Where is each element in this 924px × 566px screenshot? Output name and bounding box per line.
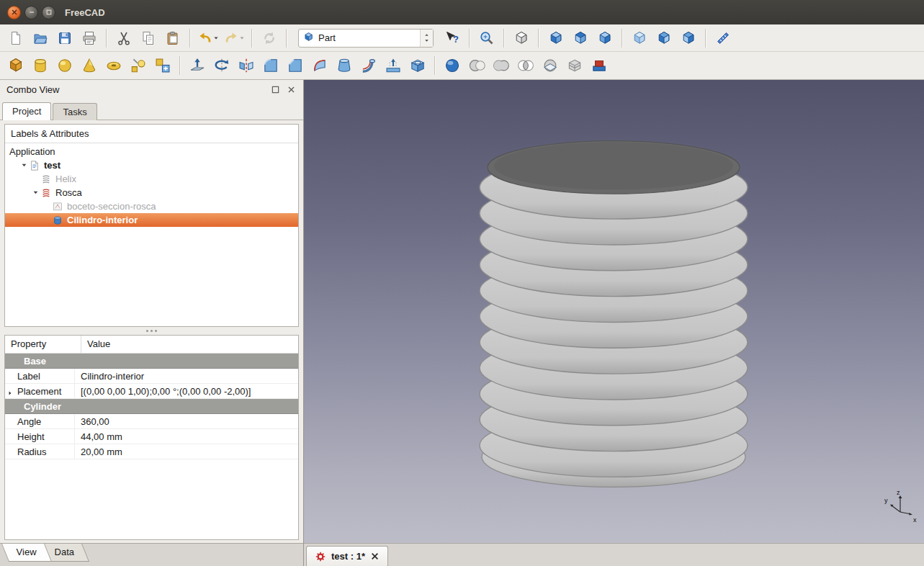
rear-view-button[interactable]	[628, 27, 651, 50]
expander-icon[interactable]	[19, 162, 29, 169]
sweep-button[interactable]	[357, 54, 380, 77]
panel-splitter[interactable]	[0, 327, 303, 335]
workbench-selector[interactable]: Part	[298, 29, 434, 48]
property-value: 20,00 mm	[75, 444, 298, 459]
union-button[interactable]	[490, 54, 513, 77]
tab-view[interactable]: View	[1, 544, 52, 562]
save-document-button[interactable]	[53, 27, 76, 50]
cross-sections-icon	[566, 57, 583, 74]
copy-icon	[140, 30, 156, 46]
property-value: [(0,00 0,00 1,00);0,00 °;(0,00 0,00 -2,0…	[75, 384, 298, 398]
revolve-button[interactable]	[210, 54, 233, 77]
minimize-button[interactable]	[24, 6, 38, 19]
property-row-label[interactable]: LabelCilindro-interior	[5, 369, 298, 384]
print-document-button[interactable]	[78, 27, 101, 50]
chamfer-button[interactable]	[284, 54, 307, 77]
tree-item-rosca[interactable]: Rosca	[5, 186, 298, 199]
workbench-spinner[interactable]	[420, 30, 433, 47]
axonometric-view-button[interactable]	[510, 27, 533, 50]
intersection-icon	[517, 57, 534, 74]
open-document-button[interactable]	[29, 27, 52, 50]
thickness-button[interactable]	[406, 54, 429, 77]
tree-item-boceto-seccion-rosca[interactable]: boceto-seccion-rosca	[5, 199, 298, 213]
property-editor: Property Value BaseLabelCilindro-interio…	[4, 335, 299, 540]
front-view-button[interactable]	[544, 27, 568, 50]
undo-button[interactable]	[196, 27, 220, 50]
measure-distance-button[interactable]	[712, 27, 735, 50]
boolean-button[interactable]	[441, 54, 464, 77]
workbench-selected-value: Part	[314, 32, 420, 43]
tree-item-label: test	[42, 160, 60, 171]
document-tab[interactable]: test : 1*	[306, 546, 388, 566]
property-row-placement[interactable]: Placement[(0,00 0,00 1,00);0,00 °;(0,00 …	[5, 384, 298, 399]
maximize-button[interactable]	[42, 6, 55, 19]
dock-close-icon[interactable]	[286, 84, 297, 95]
value-column-header[interactable]: Value	[81, 336, 110, 353]
left-view-button[interactable]	[677, 27, 700, 50]
expander-icon[interactable]	[31, 189, 40, 196]
property-row-radius[interactable]: Radius20,00 mm	[5, 444, 298, 459]
whats-this-button[interactable]: ?	[441, 27, 464, 50]
model-tree: Labels & Attributes ApplicationtestHelix…	[4, 124, 299, 327]
combo-view-tabs: Project Tasks	[0, 99, 303, 120]
dock-float-icon[interactable]	[270, 84, 281, 95]
section-button[interactable]	[539, 54, 562, 77]
tree-item-application: Application	[5, 145, 298, 158]
tab-tasks[interactable]: Tasks	[53, 103, 97, 120]
fit-all-button[interactable]	[475, 27, 498, 50]
torus-button[interactable]	[102, 54, 125, 77]
bottom-view-button[interactable]	[652, 27, 676, 50]
property-column-header[interactable]: Property	[5, 336, 81, 353]
helix-icon	[40, 174, 54, 185]
cone-button[interactable]	[78, 54, 101, 77]
mirror-button[interactable]	[235, 54, 258, 77]
top-view-button[interactable]	[569, 27, 592, 50]
property-row-angle[interactable]: Angle360,00	[5, 414, 298, 429]
cone-icon	[81, 57, 98, 74]
cylinder-button[interactable]	[29, 54, 52, 77]
close-button[interactable]	[7, 6, 21, 19]
revolve-icon	[213, 57, 230, 74]
cut-button[interactable]	[112, 27, 135, 50]
refresh-button[interactable]	[258, 27, 281, 50]
fillet-button[interactable]	[259, 54, 282, 77]
property-name: Radius	[5, 444, 75, 459]
property-group-cylinder[interactable]: Cylinder	[5, 399, 298, 414]
create-primitives-button[interactable]	[127, 54, 150, 77]
shape-builder-button[interactable]	[151, 54, 174, 77]
right-view-button[interactable]	[593, 27, 616, 50]
3d-viewport[interactable]: z y x	[304, 80, 924, 543]
box-button[interactable]	[4, 54, 27, 77]
axis-x-label: x	[913, 516, 917, 524]
property-group-base[interactable]: Base	[5, 354, 298, 369]
document-tab-close-icon[interactable]	[370, 552, 380, 561]
tree-item-test[interactable]: test	[5, 158, 298, 172]
expand-arrow-icon[interactable]	[7, 387, 13, 398]
property-row-height[interactable]: Height44,00 mm	[5, 429, 298, 444]
tree-item-label: Rosca	[54, 187, 82, 198]
part-toolbar	[0, 52, 924, 80]
loft-button[interactable]	[333, 54, 356, 77]
paste-button[interactable]	[161, 27, 184, 50]
tree-item-helix[interactable]: Helix	[5, 172, 298, 186]
cylinder-icon	[32, 57, 49, 74]
toolbar-separator	[538, 29, 539, 48]
extrude-button[interactable]	[186, 54, 209, 77]
combo-bottom-tabs: View Data	[0, 543, 303, 566]
offset-button[interactable]	[382, 54, 405, 77]
ruled-surface-button[interactable]	[308, 54, 331, 77]
sphere-button[interactable]	[53, 54, 76, 77]
redo-button[interactable]	[222, 27, 246, 50]
tree-item-cilindro-interior[interactable]: Cilindro-interior	[5, 213, 298, 227]
tab-project[interactable]: Project	[2, 102, 51, 120]
defeaturing-button[interactable]	[588, 54, 611, 77]
intersection-button[interactable]	[514, 54, 537, 77]
sweep-icon	[360, 57, 377, 74]
toolbar-separator	[622, 29, 623, 48]
boolean-cut-button[interactable]	[465, 54, 488, 77]
copy-button[interactable]	[137, 27, 160, 50]
loft-icon	[336, 57, 353, 74]
cross-sections-button[interactable]	[563, 54, 586, 77]
tree-header: Labels & Attributes	[5, 125, 298, 143]
new-document-button[interactable]	[4, 27, 27, 50]
